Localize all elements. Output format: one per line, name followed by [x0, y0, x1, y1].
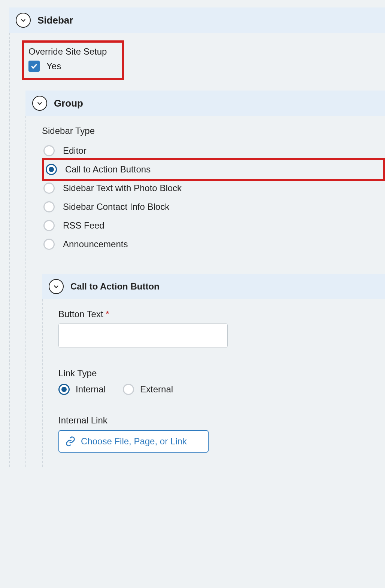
button-text-input[interactable]	[58, 323, 228, 348]
override-label: Override Site Setup	[28, 46, 107, 57]
sidebar-type-option[interactable]: Sidebar Contact Info Block	[42, 197, 385, 216]
choose-file-button-label: Choose File, Page, or Link	[81, 436, 187, 447]
radio-button[interactable]	[43, 239, 55, 250]
override-highlight-box: Override Site Setup Yes	[22, 40, 124, 80]
button-text-label-text: Button Text	[58, 309, 103, 319]
radio-label: External	[140, 384, 173, 395]
section-title-cta: Call to Action Button	[70, 281, 160, 292]
sidebar-type-option[interactable]: Announcements	[42, 235, 385, 254]
choose-file-button[interactable]: Choose File, Page, or Link	[58, 430, 209, 453]
radio-label: Sidebar Contact Info Block	[63, 202, 169, 212]
sidebar-type-label: Sidebar Type	[42, 126, 385, 136]
link-type-label: Link Type	[58, 368, 385, 379]
sidebar-type-radio-group: EditorCall to Action ButtonsSidebar Text…	[42, 141, 385, 254]
cta-body: Button Text * Link Type InternalExternal…	[42, 299, 385, 467]
section-header-cta[interactable]: Call to Action Button	[42, 274, 385, 299]
radio-label: Announcements	[63, 239, 128, 249]
radio-label: Sidebar Text with Photo Block	[63, 183, 182, 193]
sidebar-type-option[interactable]: RSS Feed	[42, 216, 385, 235]
button-text-label: Button Text *	[58, 309, 385, 319]
override-checkbox[interactable]	[28, 61, 40, 72]
radio-button[interactable]	[46, 164, 57, 175]
link-type-option[interactable]: External	[123, 384, 173, 395]
radio-label: Internal	[76, 384, 106, 395]
page-root: Sidebar Override Site Setup Yes Group Si…	[0, 0, 385, 588]
internal-link-label: Internal Link	[58, 415, 385, 426]
sidebar-tree: Override Site Setup Yes Group Sidebar Ty…	[9, 33, 385, 467]
override-check-row[interactable]: Yes	[28, 61, 107, 72]
radio-button[interactable]	[43, 183, 55, 194]
section-title-group: Group	[54, 98, 83, 109]
radio-label: RSS Feed	[63, 220, 104, 231]
link-type-option[interactable]: Internal	[58, 384, 106, 395]
required-marker: *	[106, 309, 109, 319]
sidebar-type-option[interactable]: Call to Action Buttons	[42, 158, 385, 181]
radio-button[interactable]	[43, 220, 55, 231]
override-checkbox-label: Yes	[46, 61, 61, 71]
radio-button[interactable]	[43, 201, 55, 212]
sidebar-type-option[interactable]: Sidebar Text with Photo Block	[42, 179, 385, 197]
section-header-group[interactable]: Group	[25, 91, 385, 116]
link-icon	[65, 436, 76, 447]
section-title-sidebar: Sidebar	[37, 15, 73, 26]
sidebar-type-option[interactable]: Editor	[42, 141, 385, 160]
radio-button[interactable]	[58, 384, 70, 395]
group-tree: Sidebar Type EditorCall to Action Button…	[25, 116, 385, 467]
chevron-down-icon[interactable]	[49, 279, 64, 294]
radio-label: Editor	[63, 146, 87, 156]
radio-button[interactable]	[123, 384, 134, 395]
group-content: Sidebar Type EditorCall to Action Button…	[42, 126, 385, 467]
section-header-sidebar[interactable]: Sidebar	[9, 7, 385, 33]
chevron-down-icon[interactable]	[16, 13, 31, 28]
chevron-down-icon[interactable]	[32, 96, 47, 111]
radio-label: Call to Action Buttons	[65, 164, 151, 175]
link-type-radio-group: InternalExternal	[58, 384, 385, 395]
radio-button[interactable]	[43, 145, 55, 156]
